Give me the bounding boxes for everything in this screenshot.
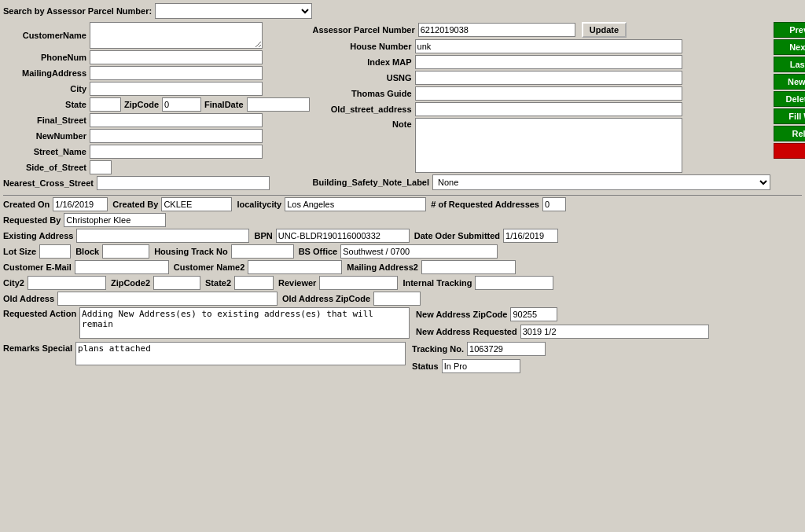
final-date-input[interactable] [247, 97, 310, 112]
side-of-street-row: Side_of_Street [3, 160, 310, 174]
building-safety-select[interactable]: None [432, 174, 770, 190]
street-name-input[interactable] [90, 145, 263, 159]
phone-num-row: PhoneNum [3, 50, 310, 64]
nearest-cross-street-label: Nearest_Cross_Street [3, 178, 97, 188]
phone-num-label: PhoneNum [3, 53, 90, 62]
num-requested-input[interactable] [542, 197, 566, 211]
customer-name-input[interactable] [90, 22, 263, 49]
old-street-address-label: Old_street_address [313, 105, 415, 114]
requested-action-label: Requested Action [3, 307, 79, 318]
customer-email-input[interactable] [75, 260, 169, 274]
relink-dbs-button[interactable]: Relink DBs [774, 126, 805, 141]
index-map-input[interactable] [415, 55, 682, 69]
requested-by-input[interactable] [64, 213, 166, 227]
old-address-zipcode-input[interactable] [373, 292, 421, 306]
state-zip-row: State ZipCode FinalDate [3, 97, 310, 112]
apn-input[interactable] [418, 23, 575, 37]
new-address-zip-row: New Address ZipCode [416, 307, 709, 321]
old-street-address-input[interactable] [415, 102, 682, 116]
internal-tracking-input[interactable] [475, 276, 553, 290]
created-on-label: Created On [3, 200, 53, 209]
lot-size-input[interactable] [39, 244, 71, 259]
new-number-label: NewNumber [3, 131, 90, 141]
new-number-input[interactable] [90, 129, 263, 143]
nearest-cross-street-input[interactable] [97, 176, 270, 190]
note-label: Note [313, 118, 415, 129]
bottom-section: Created On Created By localitycity # of … [3, 195, 802, 375]
thomas-guide-row: Thomas Guide [313, 86, 771, 101]
zipcode-label: ZipCode [121, 100, 162, 109]
tracking-no-row: Tracking No. [412, 342, 546, 356]
date-order-input[interactable] [503, 229, 558, 243]
index-map-row: Index MAP [313, 55, 771, 69]
building-safety-row: Building_Safety_Note_Label None [313, 174, 771, 190]
next-record-button[interactable]: Next Record [774, 39, 805, 55]
customer-name-row: CustomerName [3, 22, 310, 49]
existing-address-input[interactable] [76, 229, 249, 243]
middle-panel: Assessor Parcel Number Update House Numb… [313, 22, 771, 192]
mailing-address2-label: Mailing Address2 [347, 262, 421, 272]
thomas-guide-input[interactable] [415, 86, 682, 101]
date-order-label: Date Oder Submitted [414, 231, 503, 240]
internal-tracking-label: Internal Tracking [402, 278, 475, 288]
tracking-no-input[interactable] [467, 342, 546, 356]
fill-wod-doc-button[interactable]: Fill Wod Doc [774, 108, 805, 124]
delete-record-button[interactable]: Delete Record [774, 91, 805, 107]
remarks-row: Remarks Special Tracking No. Status [3, 342, 802, 375]
remarks-textarea[interactable] [75, 342, 406, 365]
house-number-row: House Number [313, 39, 771, 53]
block-input[interactable] [102, 244, 149, 259]
final-street-label: Final_Street [3, 116, 90, 125]
exit-button[interactable]: EXIT [774, 143, 805, 159]
housing-track-input[interactable] [231, 244, 294, 259]
city2-input[interactable] [28, 276, 106, 290]
phone-num-input[interactable] [90, 50, 263, 64]
old-address-zipcode-label: Old Address ZipCode [282, 294, 373, 303]
note-row: Note [313, 118, 771, 173]
zipcode2-input[interactable] [153, 276, 200, 290]
new-request-button[interactable]: New Request [774, 74, 805, 90]
status-input[interactable] [442, 359, 520, 373]
new-address-zipcode-input[interactable] [510, 307, 557, 321]
requested-action-textarea[interactable] [79, 307, 410, 339]
reviewer-input[interactable] [319, 276, 398, 290]
prev-record-button[interactable]: Prev Record [774, 22, 805, 38]
main-container: Search by Assessor Parcel Number: Custom… [0, 0, 805, 532]
last-record-button[interactable]: Last Record [774, 57, 805, 72]
created-on-input[interactable] [53, 197, 108, 211]
city2-row: City2 ZipCode2 State2 Reviewer Internal … [3, 276, 802, 290]
zipcode-input[interactable] [162, 97, 201, 112]
bs-office-input[interactable] [340, 244, 498, 259]
state-input[interactable] [90, 97, 121, 112]
new-address-requested-row: New Address Requested [416, 325, 709, 339]
status-label: Status [412, 361, 442, 371]
bs-office-label: BS Office [299, 247, 341, 256]
update-button[interactable]: Update [582, 22, 627, 38]
side-of-street-input[interactable] [90, 160, 112, 174]
city-input[interactable] [90, 82, 263, 96]
created-by-label: Created By [112, 200, 161, 209]
created-by-input[interactable] [161, 197, 232, 211]
bpn-label: BPN [254, 231, 275, 240]
house-number-input[interactable] [415, 39, 682, 53]
city-label: City [3, 84, 90, 94]
mailing-address2-input[interactable] [421, 260, 516, 274]
final-street-input[interactable] [90, 113, 263, 127]
status-row: Status [412, 359, 546, 373]
search-apn-select[interactable] [155, 3, 312, 19]
state2-input[interactable] [234, 276, 274, 290]
bpn-input[interactable] [276, 229, 410, 243]
existing-address-row: Existing Address BPN Date Oder Submitted [3, 229, 802, 243]
mailing-address-input[interactable] [90, 66, 263, 80]
reviewer-label: Reviewer [278, 278, 319, 288]
customer-name2-input[interactable] [248, 260, 342, 274]
requested-by-label: Requested By [3, 215, 64, 225]
state-label: State [3, 100, 90, 109]
new-address-requested-input[interactable] [520, 325, 709, 339]
old-address-input[interactable] [57, 292, 278, 306]
note-textarea[interactable] [415, 118, 682, 173]
locality-city-input[interactable] [285, 197, 426, 211]
usng-input[interactable] [415, 71, 682, 85]
old-street-address-row: Old_street_address [313, 102, 771, 116]
mailing-address-label: MailingAddress [3, 68, 90, 78]
